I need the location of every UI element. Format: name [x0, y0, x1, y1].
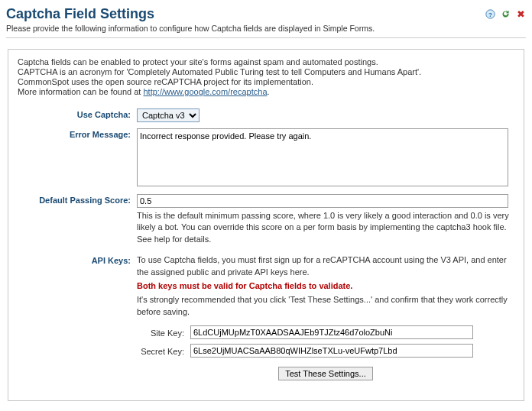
header-toolbar: ? ✖ — [485, 9, 526, 20]
default-passing-score-input[interactable] — [137, 194, 508, 208]
use-captcha-label: Use Captcha: — [18, 108, 137, 122]
refresh-icon[interactable] — [500, 9, 511, 20]
test-settings-button[interactable]: Test These Settings... — [278, 367, 373, 380]
intro-line-1: Captcha fields can be enabled to protect… — [18, 57, 514, 66]
default-passing-score-label: Default Passing Score: — [18, 194, 137, 245]
intro-line-4: More information can be found at http://… — [18, 87, 514, 96]
footer-actions: Save ✖ Cancel — [6, 401, 526, 411]
site-key-label: Site Key: — [137, 327, 190, 338]
intro-text: Captcha fields can be enabled to protect… — [18, 57, 514, 96]
intro-line-2: CAPTCHA is an acronym for 'Completely Au… — [18, 67, 514, 76]
api-keys-help2: It's strongly recommended that you click… — [137, 294, 514, 318]
error-message-label: Error Message: — [18, 128, 137, 188]
api-keys-label: API Keys: — [18, 254, 137, 380]
use-captcha-select[interactable]: Captcha v3 — [137, 108, 200, 122]
close-icon[interactable]: ✖ — [515, 9, 526, 20]
content-box: Captcha fields can be enabled to protect… — [8, 49, 524, 401]
recaptcha-link[interactable]: http://www.google.com/recaptcha — [143, 87, 267, 96]
secret-key-label: Secret Key: — [137, 345, 190, 356]
default-passing-score-help: This is the default minimum passing scor… — [137, 210, 514, 245]
page-subtitle: Please provide the following information… — [6, 24, 526, 33]
header-section: Captcha Field Settings ? ✖ Please provid… — [6, 6, 526, 38]
error-message-textarea[interactable] — [137, 128, 508, 186]
secret-key-input[interactable] — [190, 344, 473, 358]
svg-text:?: ? — [488, 11, 492, 18]
site-key-input[interactable] — [190, 325, 473, 339]
api-keys-help1: To use Captcha fields, you must first si… — [137, 254, 514, 278]
intro-line-3: CommonSpot uses the open source reCAPTCH… — [18, 77, 514, 86]
page-title: Captcha Field Settings — [6, 6, 154, 22]
help-icon[interactable]: ? — [485, 9, 495, 20]
api-keys-warning: Both keys must be valid for Captcha fiel… — [137, 280, 514, 292]
